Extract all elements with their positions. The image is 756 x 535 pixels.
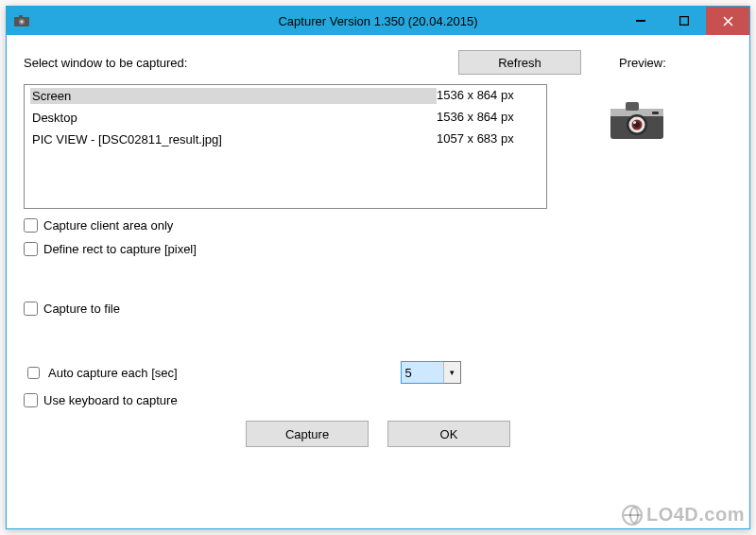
svg-rect-4 [636,20,645,22]
list-item-size: 1057 x 683 px [437,131,541,147]
list-item[interactable]: Screen1536 x 864 px [25,85,546,107]
camera-preview-icon [609,99,665,141]
titlebar[interactable]: Capturer Version 1.350 (20.04.2015) [7,7,749,35]
window-controls [619,7,749,35]
ok-button[interactable]: OK [387,421,510,447]
list-item-size: 1536 x 864 px [437,88,541,104]
capture-client-only-checkbox[interactable] [24,218,38,233]
list-item-name: PIC VIEW - [DSC02811_result.jpg] [30,131,437,147]
list-item-name: Screen [30,88,437,104]
auto-capture-checkbox[interactable] [27,367,40,379]
refresh-button[interactable]: Refresh [458,50,581,75]
svg-point-3 [21,21,24,24]
auto-capture-combo[interactable]: ▾ [401,361,461,384]
watermark: LO4D.com [622,504,745,526]
chevron-down-icon[interactable]: ▾ [443,362,460,383]
define-rect-row[interactable]: Define rect to capture [pixel] [24,242,732,256]
define-rect-checkbox[interactable] [24,242,38,256]
camera-titlebar-icon [14,13,29,28]
globe-icon [622,505,643,526]
capture-to-file-label: Capture to file [43,302,120,316]
capture-client-only-label: Capture client area only [43,218,173,233]
minimize-button[interactable] [619,7,662,35]
auto-capture-label: Auto capture each [sec] [48,366,178,380]
svg-rect-14 [652,112,659,114]
define-rect-label: Define rect to capture [pixel] [43,242,197,256]
use-keyboard-label: Use keyboard to capture [43,393,178,407]
auto-capture-input[interactable] [402,362,443,383]
svg-point-13 [633,121,636,124]
window-list[interactable]: Screen1536 x 864 pxDesktop1536 x 864 pxP… [24,84,547,209]
maximize-button[interactable] [662,7,706,35]
watermark-text: LO4D.com [646,504,745,526]
list-item[interactable]: Desktop1536 x 864 px [25,107,546,129]
select-window-label: Select window to be captured: [24,56,187,70]
svg-rect-1 [19,15,23,18]
use-keyboard-row[interactable]: Use keyboard to capture [24,393,732,407]
preview-label: Preview: [619,56,732,70]
capture-to-file-row[interactable]: Capture to file [24,302,732,316]
dialog-body: Select window to be captured: Refresh Pr… [7,35,749,528]
capture-client-only-row[interactable]: Capture client area only [24,218,732,233]
app-window: Capturer Version 1.350 (20.04.2015) Sele… [6,6,750,529]
use-keyboard-checkbox[interactable] [24,393,38,407]
capture-button[interactable]: Capture [246,421,369,447]
svg-rect-5 [680,17,689,26]
list-item-name: Desktop [30,110,437,126]
capture-to-file-checkbox[interactable] [24,302,38,316]
list-item[interactable]: PIC VIEW - [DSC02811_result.jpg]1057 x 6… [25,129,546,150]
svg-rect-8 [626,102,639,111]
footer-buttons: Capture OK [24,407,732,462]
close-button[interactable] [706,7,749,35]
list-item-size: 1536 x 864 px [437,110,541,126]
preview-area [576,84,698,209]
